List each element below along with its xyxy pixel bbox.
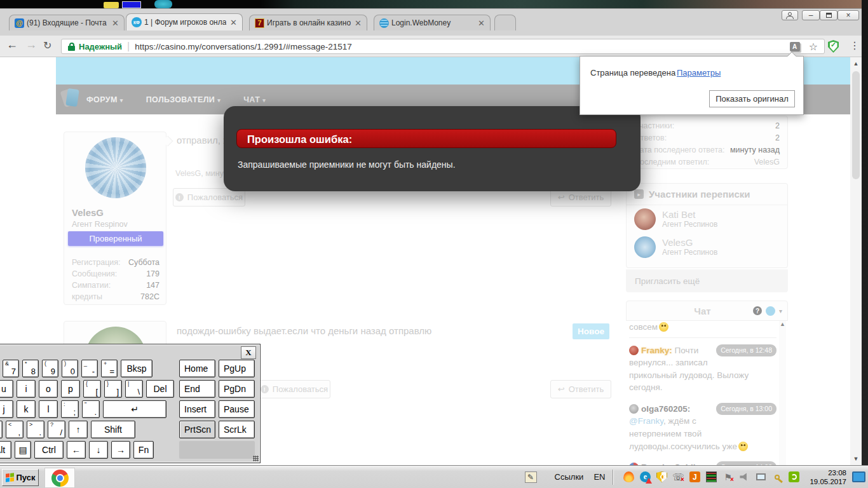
language-indicator[interactable]: EN (593, 472, 605, 482)
bookmark-star-icon[interactable]: ☆ (809, 41, 818, 53)
keyboard-key[interactable]: j (0, 400, 13, 418)
adblock-shield-icon[interactable]: ✓ (828, 40, 839, 53)
invite-more-link[interactable]: Пригласить ещё (626, 269, 788, 292)
help-icon[interactable]: ? (753, 306, 762, 315)
key-fn[interactable]: Fn (133, 441, 154, 459)
shield-pause-icon[interactable] (656, 471, 667, 482)
nav-item-forum[interactable]: ФОРУМ▾ (86, 95, 123, 104)
tab-mail[interactable]: @ (91) Входящие - Почта M ✕ (9, 15, 125, 30)
participant-row[interactable]: Kati BetАгент Респинов (627, 205, 787, 233)
links-toolbar-label[interactable]: Ссылки (555, 472, 584, 482)
flag-error-icon[interactable]: ⚑× (722, 471, 733, 482)
avatar[interactable] (85, 137, 146, 198)
nav-item-chat[interactable]: ЧАТ▾ (243, 95, 266, 104)
scroll-up-icon[interactable]: ▲ (779, 321, 786, 327)
keyboard-titlebar[interactable]: X (0, 346, 256, 360)
key-arrow-down[interactable]: ↓ (89, 441, 108, 459)
taskbar-chrome-button[interactable] (44, 468, 75, 488)
translate-options-link[interactable]: Параметры (677, 68, 721, 78)
tab-webmoney[interactable]: Login.WebMoney ✕ (374, 15, 491, 30)
tab-forum[interactable]: КФ 1 | Форум игроков онла ✕ (126, 13, 243, 30)
tab-close-icon[interactable]: ✕ (477, 18, 486, 28)
keyboard-key[interactable]: _- (81, 360, 98, 377)
profile-button[interactable] (782, 10, 798, 20)
key-home[interactable]: Home (179, 360, 215, 377)
keyboard-key[interactable]: p (61, 380, 80, 398)
keyboard-key[interactable]: {[ (83, 380, 101, 398)
key-arrow-up[interactable]: ↑ (69, 421, 88, 438)
close-window-button[interactable]: × (837, 10, 859, 20)
resize-grip[interactable] (253, 456, 259, 461)
keyboard-key[interactable]: (9 (42, 360, 58, 377)
keyboard-key[interactable]: o (39, 380, 58, 398)
browser-scrollbar[interactable]: ▲ ▼ (850, 57, 862, 466)
onscreen-keyboard[interactable]: X ^6 &7 *8 (9 )0 _- += Bksp Home PgUp y … (0, 344, 261, 463)
tray-clock[interactable]: 23:0819.05.2017 (810, 468, 846, 486)
maximize-button[interactable] (820, 10, 837, 20)
keyboard-key[interactable]: += (101, 360, 118, 377)
phone-disabled-icon[interactable]: ☏× (673, 471, 684, 482)
display-icon[interactable] (852, 471, 865, 482)
username[interactable]: VelesG (72, 207, 104, 218)
flame-icon[interactable] (623, 471, 634, 482)
key-pause[interactable]: Pause (219, 400, 255, 418)
keyboard-key[interactable]: k (17, 400, 36, 418)
keyboard-key[interactable]: |\ (125, 380, 143, 398)
tab-casino[interactable]: 7 Играть в онлайн казино ✕ (249, 15, 367, 30)
nvidia-icon[interactable] (789, 471, 799, 482)
keyboard-key[interactable]: )0 (62, 360, 78, 377)
keyboard-key[interactable]: i (17, 380, 36, 398)
scroll-down-icon[interactable]: ▼ (850, 456, 862, 462)
participant-row[interactable]: VelesGАгент Респинов (627, 233, 787, 261)
key-backspace[interactable]: Bksp (121, 360, 153, 377)
key-end[interactable]: End (179, 380, 215, 398)
chevron-down-icon[interactable]: ▾ (779, 308, 782, 315)
reply-button[interactable]: ↩Ответить (550, 380, 611, 398)
minimize-button[interactable]: – (802, 10, 820, 20)
key-shift[interactable]: Shift (91, 421, 135, 438)
key-insert[interactable]: Insert (179, 400, 215, 418)
key-enter[interactable]: ↵ (103, 400, 166, 418)
translate-icon[interactable]: A (790, 42, 800, 51)
start-button[interactable]: Пуск (2, 469, 39, 486)
chat-app-icon[interactable] (766, 306, 775, 316)
security-label[interactable]: Надежный (79, 42, 122, 51)
show-original-button[interactable]: Показать оригинал (709, 90, 795, 107)
report-button[interactable]: !Пожаловаться (258, 380, 330, 398)
tab-close-icon[interactable]: ✕ (353, 18, 363, 28)
key-ctrl[interactable]: Ctrl (34, 441, 64, 459)
keyboard-key[interactable]: u (0, 380, 13, 398)
chat-author[interactable]: olga760205: (641, 404, 690, 414)
key-pgdn[interactable]: PgDn (219, 380, 255, 398)
url-text[interactable]: https://casino.my/conversations/1.2991/#… (135, 42, 784, 51)
key-menu[interactable]: ▤ (15, 441, 31, 459)
scroll-up-icon[interactable]: ▲ (850, 57, 862, 67)
keyboard-key[interactable]: >. (27, 421, 44, 438)
keys-icon[interactable] (772, 471, 783, 482)
keyboard-key[interactable]: ". (82, 400, 100, 418)
chat-messages[interactable]: совсем Сегодня, в 12:48 Franky: Почти ве… (629, 321, 776, 466)
key-scrlk[interactable]: ScrLk (219, 421, 255, 438)
key-arrow-left[interactable]: ← (67, 441, 86, 459)
new-tab-button[interactable] (494, 15, 516, 30)
key-prtscn[interactable]: PrtScn (179, 421, 215, 438)
java-icon[interactable]: J (689, 471, 700, 482)
chat-author[interactable]: Franky: (641, 346, 672, 355)
eset-icon[interactable]: e (640, 471, 651, 482)
site-logo[interactable] (65, 88, 79, 107)
key-alt[interactable]: Alt (0, 441, 11, 459)
volume-icon[interactable] (739, 471, 750, 482)
keyboard-close-button[interactable]: X (241, 346, 256, 359)
reload-icon[interactable]: ↻ (43, 39, 51, 51)
browser-menu-icon[interactable]: ⋮ (850, 39, 860, 51)
tab-close-icon[interactable]: ✕ (111, 18, 120, 28)
back-icon[interactable]: ← (6, 38, 18, 51)
keyboard-key[interactable]: m (0, 421, 3, 438)
nav-item-users[interactable]: ПОЛЬЗОВАТЕЛИ▾ (146, 95, 221, 104)
keyboard-key[interactable]: &7 (3, 360, 19, 377)
key-arrow-right[interactable]: → (111, 441, 130, 459)
keyboard-key[interactable]: *8 (22, 360, 39, 377)
notes-icon[interactable]: ✎ (525, 471, 537, 483)
keyboard-key[interactable]: l (39, 400, 58, 418)
keyboard-key[interactable]: }] (104, 380, 122, 398)
